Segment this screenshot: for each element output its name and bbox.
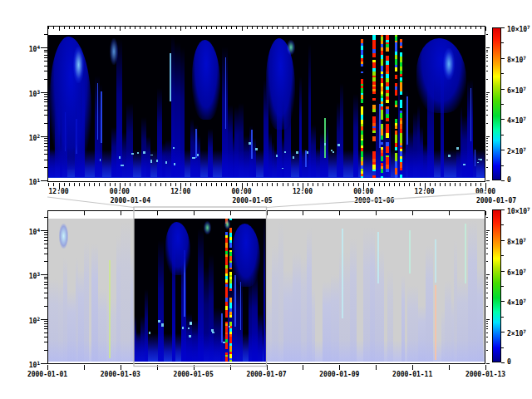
y-tick — [44, 342, 47, 342]
x-tick — [53, 183, 54, 187]
x-tick — [140, 27, 140, 29]
y-tick — [44, 288, 47, 288]
x-tick — [145, 27, 145, 29]
bright-dot — [121, 165, 123, 166]
spectro-column-core — [234, 275, 236, 327]
x-tick — [89, 183, 90, 187]
y-tick — [501, 301, 505, 302]
y-tick — [486, 146, 489, 147]
x-tick — [389, 27, 390, 29]
y-tick — [44, 115, 47, 116]
bright-line — [465, 224, 466, 283]
x-tick — [363, 27, 364, 31]
x-tick — [404, 27, 405, 29]
y-tick-label: 103 — [29, 88, 40, 99]
dim-column — [67, 291, 76, 362]
y-tick — [44, 150, 47, 150]
y-tick — [486, 284, 489, 285]
x-tick — [379, 27, 380, 29]
x-tick — [135, 183, 135, 187]
event-segment — [400, 46, 402, 49]
y-tick — [44, 61, 47, 62]
x-tick — [84, 365, 85, 370]
bright-line — [435, 285, 436, 360]
x-tick — [449, 365, 450, 370]
event-segment — [372, 136, 376, 141]
y-tick — [44, 140, 47, 141]
y-tick — [486, 52, 489, 52]
x-tick — [196, 183, 197, 187]
y-tick — [486, 278, 489, 279]
y-tick — [41, 274, 47, 275]
y-tick — [501, 240, 505, 241]
bright-dot — [255, 148, 257, 150]
y-tick — [486, 115, 489, 116]
y-tick — [44, 55, 47, 56]
x-tick — [485, 211, 486, 215]
x-tick — [94, 183, 95, 187]
dim-column — [331, 274, 339, 362]
x-tick — [252, 27, 253, 29]
y-tick — [44, 66, 47, 66]
y-tick — [486, 337, 489, 337]
bright-dot — [188, 328, 190, 329]
top-x-tick-time-label: 12:00 — [49, 188, 69, 196]
x-tick — [303, 211, 303, 215]
x-tick — [180, 27, 181, 31]
dim-column — [350, 239, 357, 362]
x-tick — [105, 27, 106, 29]
bright-dot — [161, 323, 164, 326]
x-tick — [84, 27, 85, 29]
overview-selected-range[interactable] — [134, 219, 267, 362]
dim-column — [457, 278, 467, 362]
blue-cloud — [192, 40, 220, 120]
y-tick — [501, 27, 505, 28]
event-segment — [361, 176, 363, 177]
x-tick — [298, 183, 298, 187]
y-tick — [41, 319, 47, 320]
x-tick — [216, 27, 217, 29]
spectro-column-core — [475, 150, 476, 166]
spectro-column — [158, 240, 164, 362]
event-segment — [225, 345, 228, 349]
y-tick — [486, 92, 490, 93]
event-segment — [395, 75, 397, 79]
spectrogram-figure: 12:0000:0012:0000:0012:0000:0012:0000:00… — [0, 0, 532, 399]
blue-cloud — [50, 37, 91, 170]
y-tick — [486, 79, 489, 80]
x-tick — [242, 27, 243, 31]
x-tick — [328, 27, 329, 29]
x-tick — [470, 27, 471, 29]
detail-panel-plot-area[interactable] — [48, 35, 485, 178]
y-tick — [486, 230, 490, 231]
x-tick — [272, 183, 273, 187]
bright-dot — [324, 143, 327, 145]
blue-cloud — [416, 38, 466, 113]
event-segment — [361, 99, 363, 103]
x-tick — [47, 365, 48, 370]
y-tick — [44, 321, 47, 322]
x-tick — [323, 183, 323, 187]
x-tick — [221, 183, 222, 187]
x-tick — [211, 183, 212, 187]
x-tick — [252, 183, 253, 187]
x-tick — [374, 27, 375, 29]
y-tick — [486, 261, 489, 262]
event-segment — [381, 135, 383, 139]
x-tick — [333, 183, 334, 187]
bright-glow — [443, 48, 455, 80]
event-segment — [229, 243, 232, 248]
x-tick — [303, 27, 303, 31]
event-segment — [381, 142, 383, 145]
x-tick — [288, 183, 288, 187]
dim-column — [323, 281, 331, 362]
y-tick — [486, 34, 489, 35]
x-tick — [348, 183, 349, 187]
event-segment — [381, 176, 383, 177]
x-tick — [201, 27, 202, 29]
bright-glow — [204, 221, 211, 234]
x-tick — [466, 27, 466, 29]
x-tick — [125, 27, 126, 29]
bright-dot — [307, 151, 308, 154]
bright-dot — [190, 322, 192, 324]
